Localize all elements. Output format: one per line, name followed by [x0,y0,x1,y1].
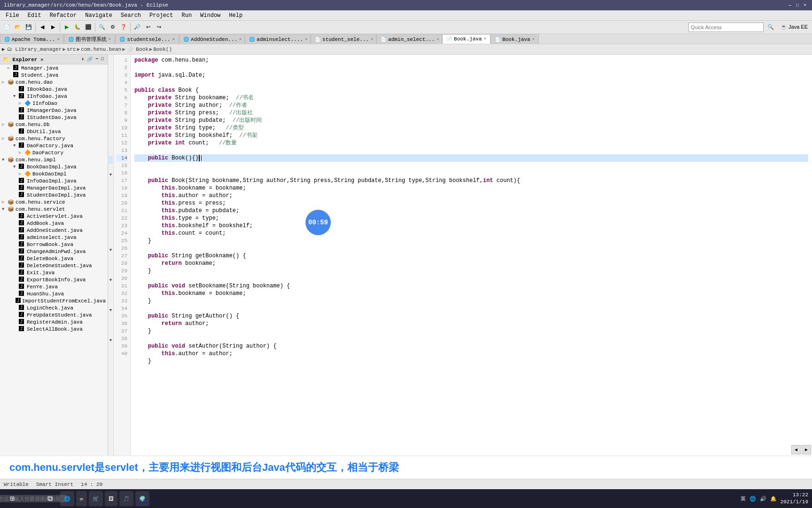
menu-window[interactable]: Window [196,11,224,20]
tab-close-apache[interactable]: × [57,37,59,42]
sidebar-item-selectallbook[interactable]: 🅹 SelectAllBook.java [0,325,108,333]
sidebar-item-manager[interactable]: ▷ 🅹 Manager.java [0,64,108,71]
sidebar-item-registeradmin[interactable]: 🅹 RegisterAdmin.java [0,318,108,325]
taskbar-browser2[interactable]: 🌍 [135,491,149,506]
menu-edit[interactable]: Edit [24,11,45,20]
tab-close-adminselect2[interactable]: × [437,37,439,42]
open-button[interactable]: 📂 [13,22,23,32]
sidebar-item-activeservlet[interactable]: 🅹 ActiveServlet.java [0,213,108,220]
sidebar-item-factory[interactable]: ▷ 📦 com.henu.factory [0,135,108,142]
sidebar-item-deleteonestudent[interactable]: 🅹 DeleteOneStudent.java [0,262,108,269]
menu-navigate[interactable]: Navigate [81,11,116,20]
sidebar-item-iinfodao[interactable]: ▼ 🅹 IInfoDao.java [0,93,108,100]
taskbar-store[interactable]: 🛒 [89,491,103,506]
menu-file[interactable]: File [2,11,23,20]
menu-help[interactable]: Help [225,11,246,20]
stop-button[interactable]: ⬛ [83,22,94,32]
taskbar-music[interactable]: 🎵 [119,491,133,506]
tab-close-bookjava2[interactable]: × [532,37,534,42]
sidebar-item-fenye[interactable]: 🅹 FenYe.java [0,283,108,290]
bc-src[interactable]: src [67,47,76,52]
redo-button[interactable]: ↪ [154,22,164,32]
tab-close-library[interactable]: × [109,37,111,42]
sidebar-item-preupdatestudent[interactable]: 🅹 PreUpdateStudent.java [0,311,108,318]
save-button[interactable]: 💾 [23,22,34,32]
maximize-button[interactable]: □ [794,2,801,8]
tab-admin-select[interactable]: 🌐 adminselect.... × [245,34,311,44]
tab-book-java-2[interactable]: 📄 Book.java × [491,34,539,44]
sidebar-item-changeadminpwd[interactable]: 🅹 ChangeAdminPwd.java [0,248,108,255]
sidebar-item-istudentdao[interactable]: 🅹 IStudentDao.java [0,114,108,121]
back-button[interactable]: ◀ [37,22,47,32]
sidebar-item-addonestudent[interactable]: 🅹 AddOneStudent.java [0,227,108,234]
tab-book-java-active[interactable]: 📄 Book.java × [442,34,491,44]
sidebar-item-managerdaoimpl[interactable]: 🅹 ManagerDaoImpl.java [0,184,108,191]
sidebar-minimize[interactable]: − [94,56,99,63]
run-button[interactable]: ▶ [62,22,72,32]
quick-access-search[interactable]: 🔍 [765,22,776,32]
bc-method[interactable]: Book() [153,47,172,52]
forward-button[interactable]: ▶ [48,22,58,32]
tab-close-student[interactable]: × [172,37,175,42]
sidebar-item-imanagerdao[interactable]: 🅹 IManagerDao.java [0,107,108,114]
sidebar-item-impl[interactable]: ▼ 📦 com.henu.impl [0,156,108,163]
taskbar-notification[interactable]: 🔔 [770,496,777,502]
tab-student-select[interactable]: 🌐 studentsele... × [115,34,179,44]
bc-class[interactable]: ⚪ Book [126,46,148,52]
close-button[interactable]: × [802,2,808,8]
timer-overlay[interactable]: 00:59 [305,210,331,235]
minimize-button[interactable]: — [787,2,793,8]
sidebar-item-huanshu[interactable]: 🅹 HuanShu.java [0,290,108,297]
sidebar-item-ibookdao[interactable]: 🅹 IBookDao.java [0,86,108,93]
sidebar-item-infodaoimpl[interactable]: 🅹 InfoDaoImpl.java [0,177,108,184]
new-button[interactable]: 📄 [2,22,12,32]
java-perspective[interactable]: ☕ Java EE [778,23,810,31]
tab-add-one-student[interactable]: 🌐 AddOneStuden... × [179,34,245,44]
tab-close-bookjava[interactable]: × [484,37,486,41]
sidebar-item-logincheck[interactable]: 🅹 LoginCheck.java [0,304,108,311]
zoom-in-button[interactable]: 🔎 [132,22,142,32]
taskbar-photos[interactable]: 🖼 [105,491,117,506]
sidebar-item-servlet[interactable]: ▼ 📦 com.henu.servlet [0,206,108,213]
taskbar-network[interactable]: 🌐 [750,496,756,502]
quick-access-input[interactable] [688,23,764,32]
sidebar-item-borrowbook[interactable]: 🅹 BorrowBook.java [0,241,108,248]
taskbar-mail[interactable]: ✉ [76,491,87,506]
taskbar-sound[interactable]: 🔊 [760,496,766,502]
sidebar-item-bookdaoimpl[interactable]: ▼ 🅹 BookDaoImpl.java [0,163,108,170]
tab-library-system[interactable]: 🌐 图书管理系统 × [64,34,115,44]
sidebar-item-iinfodao-inner[interactable]: ▷ 🔷 IInfoDao [0,100,108,107]
tab-close-addone[interactable]: × [239,37,242,42]
sidebar-item-service[interactable]: ▷ 📦 com.henu.service [0,198,108,206]
help-toolbar-button[interactable]: ❓ [118,22,129,32]
scroll-right-button[interactable]: ▶ [802,445,811,454]
bc-package[interactable]: com.henu.bean [81,47,121,52]
sidebar-item-addbook[interactable]: 🅹 AddBook.java [0,220,108,227]
sidebar-item-adminselect[interactable]: 🅹 adminselect.java [0,234,108,241]
sidebar-item-daofactory-inner[interactable]: ▷ 🔶 DaoFactory [0,149,108,156]
search-toolbar-button[interactable]: 🔍 [97,22,107,32]
undo-button[interactable]: ↩ [143,22,153,32]
sidebar-item-bookdaoimpl-inner[interactable]: ▷ 🔶 BookDaoImpl [0,170,108,177]
menu-refactor[interactable]: Refactor [46,11,81,20]
tab-admin-select2[interactable]: 📄 admin_select... × [376,34,442,44]
scroll-left-button[interactable]: ◀ [791,445,801,454]
sidebar-link-editor[interactable]: 🔗 [86,56,94,63]
sidebar-item-dao[interactable]: ▷ 📦 com.henu.dao [0,79,108,86]
sidebar-item-exportbookinfo[interactable]: 🅹 ExportBookInfo.java [0,276,108,283]
sidebar-item-exit[interactable]: 🅹 Exit.java [0,269,108,276]
sidebar-item-studentdaoimpl[interactable]: 🅹 StudentDaoImpl.java [0,191,108,198]
sidebar-item-importstudent[interactable]: 🅹 ImportStudentFromExcel.java [0,297,108,304]
sidebar-item-daofactory[interactable]: ▼ 🅹 DaoFactory.java [0,142,108,149]
tab-student-sele[interactable]: 📄 student_sele... × [311,34,376,44]
tab-close-studentsele[interactable]: × [371,37,373,42]
debug-button[interactable]: 🐛 [72,22,83,32]
tab-close-admin[interactable]: × [305,37,307,42]
taskbar-search[interactable] [23,491,39,506]
bc-library-manager[interactable]: 🗂 Library_manager [7,46,62,52]
sidebar-maximize[interactable]: □ [100,56,105,63]
menu-run[interactable]: Run [178,11,195,20]
menu-search[interactable]: Search [117,11,145,20]
sidebar-item-deletebook[interactable]: 🅹 DeleteBook.java [0,255,108,262]
settings-button[interactable]: ⚙ [108,22,118,32]
